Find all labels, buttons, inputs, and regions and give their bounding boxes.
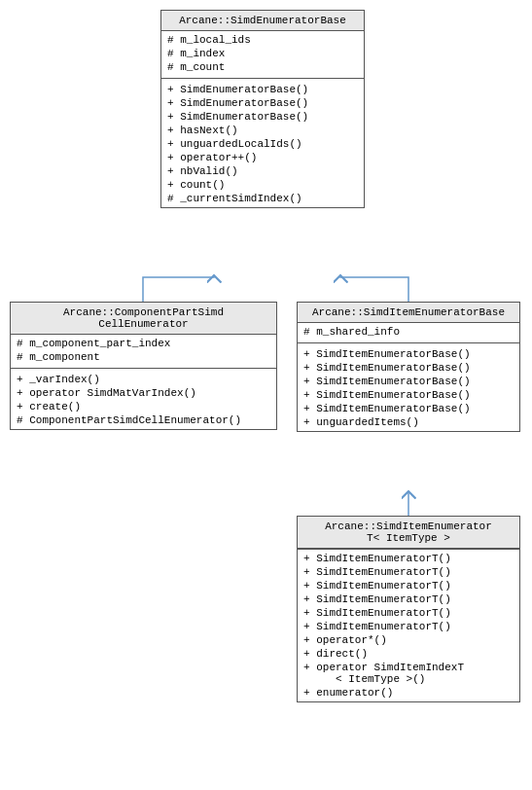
method-current-simd-index: # _currentSimdIndex() (161, 192, 364, 205)
simd-item-enumerator-t-title: Arcane::SimdItemEnumeratorT< ItemType > (298, 517, 519, 549)
method-constructor-3: + SimdEnumeratorBase() (161, 110, 364, 124)
method-hasnext: + hasNext() (161, 124, 364, 137)
field-m-local-ids: # m_local_ids (161, 33, 364, 47)
field-m-count: # m_count (161, 60, 364, 74)
method-count: + count() (161, 178, 364, 192)
simd-item-enumerator-base-title: Arcane::SimdItemEnumeratorBase (298, 303, 519, 323)
method-operator-simd-mat: + operator SimdMatVarIndex() (11, 386, 276, 400)
simd-item-t-ctor-5: + SimdItemEnumeratorT() (298, 606, 519, 620)
method-constructor-1: + SimdEnumeratorBase() (161, 83, 364, 96)
simd-item-enumerator-base-fields: # m_shared_info (298, 323, 519, 341)
method-nbvalid: + nbValid() (161, 164, 364, 178)
field-m-shared-info: # m_shared_info (298, 325, 519, 339)
field-m-index: # m_index (161, 47, 364, 60)
method-operator-simd-item-index: + operator SimdItemIndexT < ItemType >() (298, 661, 519, 686)
simd-item-t-ctor-6: + SimdItemEnumeratorT() (298, 620, 519, 633)
simd-item-enumerator-t-methods: + SimdItemEnumeratorT() + SimdItemEnumer… (298, 550, 519, 701)
method-component-constructor: # ComponentPartSimdCellEnumerator() (11, 413, 276, 427)
simd-item-t-ctor-2: + SimdItemEnumeratorT() (298, 565, 519, 579)
simd-enumerator-base-title: Arcane::SimdEnumeratorBase (161, 11, 364, 31)
simd-item-enumerator-base-box: Arcane::SimdItemEnumeratorBase # m_share… (297, 302, 520, 432)
component-part-simd-methods: + _varIndex() + operator SimdMatVarIndex… (11, 371, 276, 429)
method-unguarded-items: + unguardedItems() (298, 415, 519, 429)
simd-item-t-ctor-4: + SimdItemEnumeratorT() (298, 592, 519, 606)
simd-item-base-ctor-3: + SimdItemEnumeratorBase() (298, 375, 519, 388)
simd-item-enumerator-t-box: Arcane::SimdItemEnumeratorT< ItemType > … (297, 516, 520, 702)
component-part-simd-fields: # m_component_part_index # m_component (11, 335, 276, 366)
simd-item-base-ctor-2: + SimdItemEnumeratorBase() (298, 361, 519, 375)
simd-item-base-ctor-5: + SimdItemEnumeratorBase() (298, 402, 519, 415)
method-create: + create() (11, 400, 276, 413)
simd-item-enumerator-base-methods: + SimdItemEnumeratorBase() + SimdItemEnu… (298, 345, 519, 431)
method-operator-pp: + operator++() (161, 151, 364, 164)
simd-item-t-ctor-1: + SimdItemEnumeratorT() (298, 552, 519, 565)
simd-item-base-ctor-4: + SimdItemEnumeratorBase() (298, 388, 519, 402)
method-var-index: + _varIndex() (11, 373, 276, 386)
method-enumerator: + enumerator() (298, 686, 519, 700)
component-part-simd-box: Arcane::ComponentPartSimdCellEnumerator … (10, 302, 277, 430)
field-m-component: # m_component (11, 350, 276, 364)
simd-item-base-ctor-1: + SimdItemEnumeratorBase() (298, 347, 519, 361)
diagram-container: Arcane::SimdEnumeratorBase # m_local_ids… (0, 0, 532, 790)
simd-enumerator-base-methods: + SimdEnumeratorBase() + SimdEnumeratorB… (161, 81, 364, 207)
simd-enumerator-base-box: Arcane::SimdEnumeratorBase # m_local_ids… (160, 10, 365, 208)
method-constructor-2: + SimdEnumeratorBase() (161, 96, 364, 110)
component-part-simd-title: Arcane::ComponentPartSimdCellEnumerator (11, 303, 276, 335)
method-unguarded-local-ids: + unguardedLocalIds() (161, 137, 364, 151)
method-operator-star: + operator*() (298, 633, 519, 647)
simd-item-t-ctor-3: + SimdItemEnumeratorT() (298, 579, 519, 592)
method-direct: + direct() (298, 647, 519, 661)
simd-enumerator-base-fields: # m_local_ids # m_index # m_count (161, 31, 364, 76)
field-component-part-index: # m_component_part_index (11, 337, 276, 350)
